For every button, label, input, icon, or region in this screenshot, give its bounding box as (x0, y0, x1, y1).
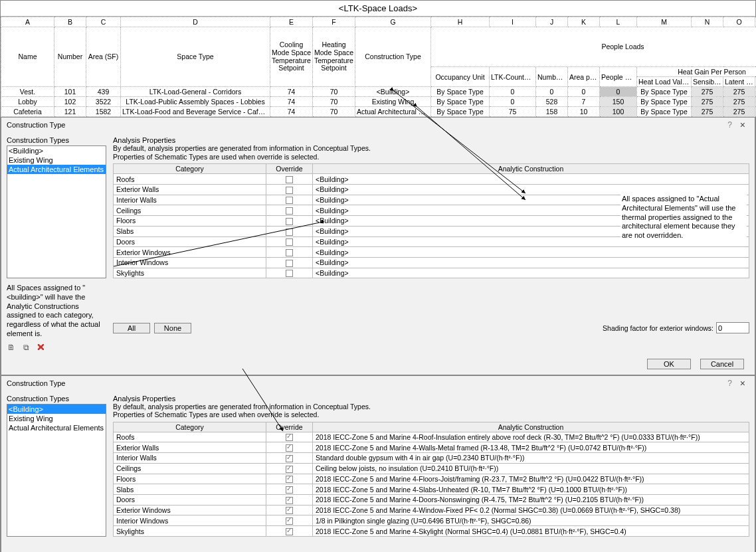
table-row[interactable]: Vest.101439LTK-Load-General - Corridors7… (1, 87, 757, 97)
cell[interactable]: 74 (270, 97, 313, 107)
table-row[interactable]: Roofs2018 IECC-Zone 5 and Marine 4-Roof-… (114, 432, 749, 442)
cell[interactable]: 275 (692, 97, 723, 107)
override-cell[interactable] (266, 268, 313, 278)
cell[interactable]: 7 (568, 97, 600, 107)
cell[interactable]: 275 (723, 107, 755, 117)
list-item[interactable]: <Building> (7, 146, 106, 155)
cell[interactable]: 70 (313, 97, 355, 107)
override-checkbox[interactable] (286, 497, 293, 504)
cell[interactable]: Actual Architectural Eleme (355, 107, 431, 117)
cell[interactable]: 0 (490, 87, 536, 97)
help-icon[interactable]: ? (723, 120, 736, 130)
override-cell[interactable] (266, 515, 313, 526)
override-checkbox[interactable] (286, 476, 293, 483)
override-checkbox[interactable] (286, 176, 293, 183)
override-cell[interactable] (266, 184, 313, 195)
cell[interactable]: 158 (536, 107, 568, 117)
override-checkbox[interactable] (286, 260, 293, 267)
override-cell[interactable] (266, 205, 313, 216)
shading-factor-input[interactable] (716, 322, 749, 333)
override-checkbox[interactable] (286, 434, 293, 441)
table-row[interactable]: Exterior Windows<Building> (114, 247, 749, 258)
table-row[interactable]: CeilingsCeiling below joists, no insulat… (114, 463, 749, 474)
none-button[interactable]: None (154, 323, 191, 333)
all-button[interactable]: All (113, 323, 150, 333)
cell[interactable]: By Space Type (431, 87, 490, 97)
override-cell[interactable] (266, 526, 313, 537)
analytic-construction-cell[interactable]: <Building> (313, 174, 749, 185)
cell[interactable]: By Space Type (637, 87, 692, 97)
cell[interactable]: LTK-Load-Food and Beverage Service - Caf… (121, 107, 270, 117)
analytic-construction-cell[interactable]: Standard double gypsum with 4 in air gap… (313, 453, 749, 464)
table-row[interactable]: Cafeteria1211582LTK-Load-Food and Bevera… (1, 107, 757, 117)
help-icon[interactable]: ? (723, 379, 736, 388)
cell[interactable]: 0 (536, 87, 568, 97)
cell[interactable]: Cafeteria (1, 107, 54, 117)
table-row[interactable]: Skylights<Building> (114, 268, 749, 278)
cell[interactable]: Vest. (1, 87, 54, 97)
duplicate-type-icon[interactable]: ⧉ (21, 343, 31, 352)
cell[interactable]: 101 (54, 87, 86, 97)
override-cell[interactable] (266, 474, 313, 484)
cell[interactable]: LTK-Load-Public Assembly Spaces - Lobbie… (121, 97, 270, 107)
table-row[interactable]: Floors2018 IECC-Zone 5 and Marine 4-Floo… (114, 474, 749, 484)
cell[interactable]: 121 (54, 107, 86, 117)
override-checkbox[interactable] (286, 466, 293, 473)
table-row[interactable]: Interior WallsStandard double gypsum wit… (114, 453, 749, 464)
cell[interactable]: 70 (313, 87, 355, 97)
override-checkbox[interactable] (286, 249, 293, 256)
table-row[interactable]: Exterior Walls2018 IECC-Zone 5 and Marin… (114, 442, 749, 453)
override-cell[interactable] (266, 505, 313, 515)
table-row[interactable]: Interior Windows<Building> (114, 257, 749, 268)
override-checkbox[interactable] (286, 207, 293, 215)
override-checkbox[interactable] (286, 486, 293, 494)
cell[interactable]: 74 (270, 107, 313, 117)
override-checkbox[interactable] (286, 517, 293, 525)
override-checkbox[interactable] (286, 238, 293, 246)
override-cell[interactable] (266, 442, 313, 453)
analytic-construction-cell[interactable]: 2018 IECC-Zone 5 and Marine 4-Walls-Meta… (313, 442, 749, 453)
cell[interactable]: 275 (692, 87, 723, 97)
override-cell[interactable] (266, 495, 313, 506)
analytic-construction-cell[interactable]: 2018 IECC-Zone 5 and Marine 4-Window-Fix… (313, 505, 749, 515)
table-row[interactable]: Doors2018 IECC-Zone 5 and Marine 4-Doors… (114, 495, 749, 506)
list-item[interactable]: Existing Wing (7, 414, 106, 423)
list-item[interactable]: <Building> (7, 405, 106, 414)
cell[interactable]: 275 (723, 87, 755, 97)
analytic-construction-cell[interactable]: 1/8 in Pilkington single glazing (U=0.64… (313, 515, 749, 526)
cell[interactable]: 3522 (86, 97, 121, 107)
cell[interactable]: 0 (568, 87, 600, 97)
override-cell[interactable] (266, 484, 313, 495)
table-row[interactable]: Roofs<Building> (114, 174, 749, 185)
analytic-construction-cell[interactable]: 2018 IECC-Zone 5 and Marine 4-Doors-Nons… (313, 495, 749, 506)
cell[interactable]: 0 (490, 97, 536, 107)
cell[interactable]: 75 (490, 107, 536, 117)
cell[interactable]: Lobby (1, 97, 54, 107)
cell[interactable]: 275 (723, 97, 755, 107)
cell[interactable]: By Space Type (637, 107, 692, 117)
cell[interactable]: 528 (536, 97, 568, 107)
cell[interactable]: 0 (600, 87, 637, 97)
analytic-construction-cell[interactable]: <Building> (313, 268, 749, 278)
cell[interactable]: 1582 (86, 107, 121, 117)
analytic-construction-cell[interactable]: 2018 IECC-Zone 5 and Marine 4-Floors-Joi… (313, 474, 749, 484)
list-item[interactable]: Actual Architectural Elements (7, 165, 106, 174)
analytic-construction-cell[interactable]: <Building> (313, 257, 749, 268)
new-type-icon[interactable]: 🗎 (7, 343, 16, 352)
table-row[interactable]: Interior Windows1/8 in Pilkington single… (114, 515, 749, 526)
override-checkbox[interactable] (286, 229, 293, 236)
cell[interactable]: By Space Type (431, 97, 490, 107)
construction-types-list[interactable]: <Building>Existing WingActual Architectu… (7, 404, 106, 537)
analytic-construction-cell[interactable]: 2018 IECC-Zone 5 and Marine 4-Roof-Insul… (313, 432, 749, 442)
override-cell[interactable] (266, 257, 313, 268)
override-cell[interactable] (266, 216, 313, 227)
cell[interactable]: 100 (600, 107, 637, 117)
cell[interactable]: 150 (600, 97, 637, 107)
analytic-construction-cell[interactable]: 2018 IECC-Zone 5 and Marine 4-Skylight (… (313, 526, 749, 537)
override-cell[interactable] (266, 195, 313, 205)
analytic-construction-cell[interactable]: <Building> (313, 247, 749, 258)
override-checkbox[interactable] (286, 455, 293, 462)
cell[interactable]: 74 (270, 87, 313, 97)
analytic-construction-cell[interactable]: 2018 IECC-Zone 5 and Marine 4-Slabs-Unhe… (313, 484, 749, 495)
analytic-construction-cell[interactable]: Ceiling below joists, no insulation (U=0… (313, 463, 749, 474)
